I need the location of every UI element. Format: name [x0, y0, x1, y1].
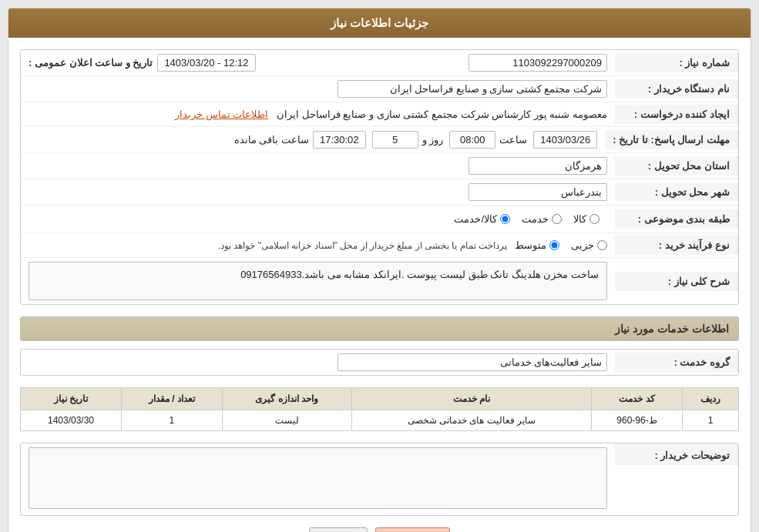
- ostan-value: هرمزگان: [21, 153, 615, 179]
- info-section: شماره نیاز : 1103092297000209 1403/03/20…: [20, 49, 739, 305]
- main-card: جزئیات اطلاعات نیاز شماره نیاز : 1103092…: [8, 8, 751, 532]
- sharh-row: شرح کلی نیاز : ساخت مخزن هلدینگ تانک طبق…: [21, 258, 738, 304]
- toseeh-row: توضیحات خریدار :: [21, 443, 738, 515]
- table-cell-namKhadamat: سایر فعالیت های خدماتی شخصی: [351, 410, 592, 431]
- table-cell-tarikh_niaz: 1403/03/30: [21, 410, 122, 431]
- rooz-label: روز و: [422, 134, 444, 146]
- noe-farayand-desc: پرداخت تمام یا بخشی از مبلغ خریدار از مح…: [218, 240, 507, 251]
- toseeh-value: [21, 443, 615, 515]
- mohlat-row: مهلت ارسال پاسخ: تا تاریخ : 1403/03/26 س…: [21, 127, 738, 153]
- ijad-konande-value: معصومه شنبه پور کارشناس شرکت مجتمع کشتی …: [21, 105, 615, 124]
- tabaghe-label: طبقه بندی موضوعی :: [615, 209, 738, 229]
- tabaghe-kala-khadamat-item[interactable]: کالا/خدمت: [454, 213, 510, 225]
- col-vahed: واحد اندازه گیری: [222, 388, 351, 410]
- shomare-niaz-box: 1103092297000209: [468, 54, 607, 72]
- shahr-label: شهر محل تحویل :: [615, 182, 738, 202]
- shahr-row: شهر محل تحویل : بندرعباس: [21, 179, 738, 206]
- baghimande-label: ساعت باقی مانده: [234, 134, 309, 146]
- shomare-niaz-row: شماره نیاز : 1103092297000209 1403/03/20…: [21, 50, 738, 76]
- noe-farayand-jozei-radio[interactable]: [597, 240, 607, 250]
- tabaghe-khadamat-item[interactable]: خدمت: [522, 213, 562, 225]
- shomare-niaz-label: شماره نیاز :: [615, 53, 738, 72]
- date-box: 1403/03/26: [533, 131, 597, 149]
- toseeh-label: توضیحات خریدار :: [615, 443, 738, 465]
- button-row: بازگشت چاپ: [20, 527, 739, 532]
- table-cell-vahedAndazegiri: لیست: [222, 410, 351, 431]
- shahr-value: بندرعباس: [21, 179, 615, 205]
- table-cell-radif: 1: [682, 410, 738, 431]
- table-row: 1ط-96-960سایر فعالیت های خدماتی شخصیلیست…: [21, 410, 739, 431]
- noe-farayand-label: نوع فرآیند خرید :: [615, 236, 738, 255]
- noe-farayand-motavaset-item[interactable]: متوسط: [515, 239, 559, 251]
- tarikh-elan-label: تاریخ و ساعت اعلان عمومی :: [29, 57, 153, 69]
- tabaghe-kala-khadamat-radio[interactable]: [500, 214, 510, 224]
- nam-dastgah-row: نام دستگاه خریدار : شرکت مجتمع کشتی سازی…: [21, 76, 738, 102]
- sharh-label: شرح کلی نیاز :: [615, 272, 738, 291]
- toseeh-textarea[interactable]: [29, 447, 607, 509]
- shomare-niaz-value: 1103092297000209: [264, 50, 615, 75]
- card-body: شماره نیاز : 1103092297000209 1403/03/20…: [8, 38, 751, 532]
- tabaghe-kala-label: کالا: [573, 213, 586, 225]
- tabaghe-row: طبقه بندی موضوعی : کالا خدمت: [21, 206, 738, 233]
- sharh-box: ساخت مخزن هلدینگ تانک طبق لیست پیوست .ای…: [29, 262, 607, 300]
- col-kod-khadamat: کد خدمت: [592, 388, 683, 410]
- time-section: ساعت 08:00: [449, 131, 527, 149]
- shahr-box: بندرعباس: [468, 183, 607, 201]
- col-tarikh: تاریخ نیاز: [21, 388, 122, 410]
- noe-farayand-motavaset-label: متوسط: [515, 239, 546, 251]
- col-tedad: تعداد / مقدار: [121, 388, 222, 410]
- grohe-khadamat-row: گروه خدمت : سایر فعالیت‌های خدماتی: [21, 350, 738, 375]
- ostan-box: هرمزگان: [468, 157, 607, 175]
- ostan-row: استان محل تحویل : هرمزگان: [21, 153, 738, 179]
- saat-label: ساعت: [499, 134, 527, 146]
- table-cell-tedad_megdar: 1: [121, 410, 222, 431]
- noe-farayand-row: نوع فرآیند خرید : جزیی متوسط: [21, 233, 738, 258]
- grohe-khadamat-label: گروه خدمت :: [615, 353, 738, 372]
- ijad-konande-row: ایجاد کننده درخواست : معصومه شنبه پور کا…: [21, 102, 738, 127]
- tabaghe-kala-khadamat-label: کالا/خدمت: [454, 213, 497, 225]
- page-title: جزئیات اطلاعات نیاز: [8, 8, 751, 38]
- tabaghe-khadamat-radio[interactable]: [552, 214, 562, 224]
- nam-dastgah-value: شرکت مجتمع کشتی سازی و صنایع فراساحل ایر…: [21, 76, 615, 102]
- nam-dastgah-label: نام دستگاه خریدار :: [615, 79, 738, 99]
- ijad-konande-link[interactable]: اطلاعات تماس خریدار: [175, 109, 268, 120]
- ostan-label: استان محل تحویل :: [615, 156, 738, 176]
- ijad-konande-label: ایجاد کننده درخواست :: [615, 105, 738, 124]
- grohe-khadamat-box: سایر فعالیت‌های خدماتی: [338, 353, 607, 371]
- saat-value: 08:00: [449, 131, 495, 149]
- tabaghe-radio-group: کالا خدمت کالا/خدمت: [29, 209, 607, 229]
- rooz-value: 5: [372, 131, 418, 149]
- khadamat-section-header: اطلاعات خدمات مورد نیاز: [20, 316, 739, 341]
- nam-dastgah-box: شرکت مجتمع کشتی سازی و صنایع فراساحل ایر…: [338, 80, 607, 98]
- col-nam-khadamat: نام خدمت: [351, 388, 592, 410]
- tabaghe-khadamat-label: خدمت: [522, 213, 549, 225]
- toseeh-section: توضیحات خریدار :: [20, 443, 739, 516]
- noe-farayand-jozei-item[interactable]: جزیی: [571, 239, 607, 251]
- rooz-section: روز و 5: [372, 131, 444, 149]
- noe-farayand-radio-group: جزیی متوسط: [515, 239, 607, 251]
- noe-farayand-jozei-label: جزیی: [571, 239, 594, 251]
- baghimande-value: 17:30:02: [313, 131, 366, 149]
- table-header-row: ردیف کد خدمت نام خدمت واحد اندازه گیری ت…: [21, 388, 739, 410]
- mohlat-value: 1403/03/26 ساعت 08:00 روز و 5 17:30:02: [21, 127, 605, 152]
- khadamat-info-section: گروه خدمت : سایر فعالیت‌های خدماتی: [20, 349, 739, 376]
- services-table: ردیف کد خدمت نام خدمت واحد اندازه گیری ت…: [20, 387, 739, 431]
- noe-farayand-motavaset-radio[interactable]: [549, 240, 559, 250]
- print-button[interactable]: چاپ: [309, 527, 368, 532]
- delivery-row: 1403/03/26 ساعت 08:00 روز و 5 17:30:02: [29, 131, 597, 149]
- page-container: جزئیات اطلاعات نیاز شماره نیاز : 1103092…: [0, 0, 759, 532]
- table-cell-kodKhadamat: ط-96-960: [592, 410, 683, 431]
- tabaghe-kala-item[interactable]: کالا: [573, 213, 599, 225]
- table-body: 1ط-96-960سایر فعالیت های خدماتی شخصیلیست…: [21, 410, 739, 431]
- tabaghe-kala-radio[interactable]: [589, 214, 599, 224]
- tarikh-elan-box: 1403/03/20 - 12:12: [157, 54, 255, 72]
- col-radif: ردیف: [682, 388, 738, 410]
- ijad-konande-text: معصومه شنبه پور کارشناس شرکت مجتمع کشتی …: [277, 109, 607, 120]
- mohlat-label: مهلت ارسال پاسخ: تا تاریخ :: [605, 130, 738, 149]
- noe-farayand-value: جزیی متوسط پرداخت تمام یا بخشی از مبلغ خ…: [21, 236, 615, 255]
- tabaghe-value: کالا خدمت کالا/خدمت: [21, 206, 615, 233]
- baghimande-section: 17:30:02 ساعت باقی مانده: [234, 131, 366, 149]
- back-button[interactable]: بازگشت: [375, 527, 450, 532]
- sharh-value: ساخت مخزن هلدینگ تانک طبق لیست پیوست .ای…: [21, 258, 615, 304]
- grohe-khadamat-value: سایر فعالیت‌های خدماتی: [21, 350, 615, 375]
